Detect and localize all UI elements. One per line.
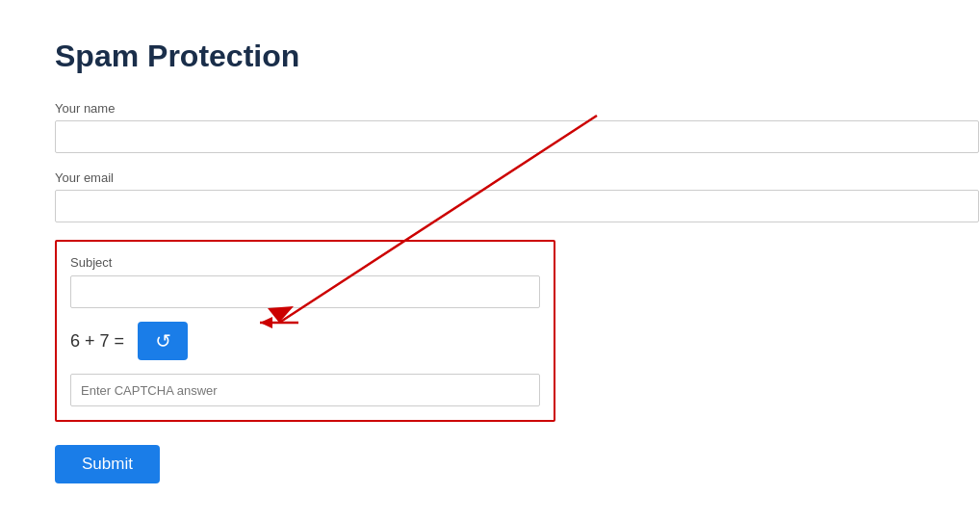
subject-input[interactable] [70, 275, 540, 308]
refresh-icon: ↻ [155, 329, 171, 352]
name-field-group: Your name [55, 101, 925, 153]
name-label: Your name [55, 101, 925, 116]
captcha-equation: 6 + 7 = [70, 331, 124, 352]
captcha-section: Subject 6 + 7 = ↻ [55, 240, 555, 422]
captcha-refresh-button[interactable]: ↻ [138, 322, 188, 360]
email-field-group: Your email [55, 170, 925, 222]
name-input[interactable] [55, 120, 979, 153]
email-input[interactable] [55, 190, 979, 222]
page-title: Spam Protection [55, 39, 925, 74]
submit-button[interactable]: Submit [55, 445, 160, 483]
captcha-row: 6 + 7 = ↻ [70, 322, 540, 360]
subject-label: Subject [70, 255, 540, 270]
email-label: Your email [55, 170, 925, 185]
captcha-answer-input[interactable] [70, 374, 540, 406]
